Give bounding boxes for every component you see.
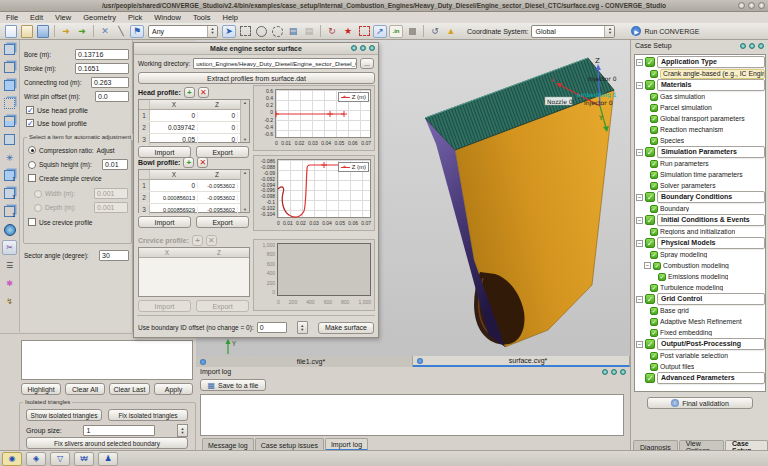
tree-item-label[interactable]: Gas simulation <box>660 93 705 100</box>
tree-item-label[interactable]: Parcel simulation <box>660 104 712 111</box>
group-size-input[interactable]: 1 <box>83 425 155 436</box>
crevice-import-button[interactable]: Import <box>138 300 191 312</box>
boundary-offset-input[interactable]: 0 <box>257 322 287 333</box>
use-bowl-profile-checkbox[interactable]: ✓ <box>26 119 34 127</box>
window-minimize-button[interactable] <box>738 2 745 9</box>
cell-x[interactable]: 0 <box>150 182 198 189</box>
panel-minimize-button[interactable] <box>360 45 366 51</box>
wire-cube-alt-icon[interactable] <box>2 60 17 75</box>
tree-item-label[interactable]: Crank angle-based (e.g., IC Engine) <box>660 69 765 79</box>
boundary-cube-3-icon[interactable]: 1 <box>2 204 17 219</box>
dialog-title-bar[interactable]: Make engine sector surface <box>134 43 378 55</box>
list-tool-icon[interactable]: ☰ <box>2 258 17 273</box>
section-label[interactable]: Advanced Parameters <box>657 372 765 384</box>
section-label[interactable]: Simulation Parameters <box>657 146 765 158</box>
table-row[interactable]: 3 0.000856929 -0.0953602 <box>139 204 249 216</box>
tree-item-simulation-time[interactable]: ✓Simulation time parameters <box>636 169 765 180</box>
table-row[interactable]: 1 0 0 <box>139 110 249 122</box>
check-icon[interactable]: ✓ <box>653 262 661 270</box>
tree-item-label[interactable]: Global transport parameters <box>660 115 745 122</box>
cell-z[interactable]: -0.0953602 <box>198 207 238 213</box>
check-icon[interactable]: ✓ <box>650 182 658 190</box>
in-file-icon[interactable]: .in <box>389 25 403 38</box>
tree-item-label[interactable]: Turbulence modeling <box>660 284 723 291</box>
tree-item-amr[interactable]: ✓Adaptive Mesh Refinement <box>636 316 765 327</box>
menu-geometry[interactable]: Geometry <box>77 13 122 22</box>
check-icon[interactable]: ✓ <box>650 126 658 134</box>
new-file-icon[interactable] <box>4 25 18 38</box>
panel-close-button[interactable] <box>620 369 626 375</box>
section-label[interactable]: Materials <box>657 79 765 91</box>
section-label[interactable]: Output/Post-Processing <box>657 338 765 350</box>
use-head-profile-row[interactable]: ✓ Use head profile <box>26 106 88 114</box>
menu-tools[interactable]: Tools <box>187 13 217 22</box>
column-header-x[interactable]: X <box>139 249 195 256</box>
menu-help[interactable]: Help <box>216 13 243 22</box>
check-icon[interactable]: ✓ <box>645 215 655 225</box>
cell-x[interactable]: 0.000856929 <box>150 207 198 213</box>
window-close-button[interactable] <box>758 2 765 9</box>
tree-section-materials[interactable]: −✓ Materials <box>636 79 765 91</box>
select-cursor-icon[interactable]: ➤ <box>222 25 236 38</box>
probe-flag-icon[interactable]: ⚑ <box>130 25 144 38</box>
panel-close-button[interactable] <box>758 43 764 49</box>
cell-x[interactable]: 0.05 <box>150 136 198 143</box>
tree-item-gas-simulation[interactable]: ✓Gas simulation <box>636 91 765 102</box>
shaded-cube-icon[interactable] <box>2 78 17 93</box>
create-crevice-checkbox[interactable]: ✓ <box>28 174 36 182</box>
expander-icon[interactable]: − <box>636 296 643 303</box>
circle-select-icon[interactable] <box>254 25 268 38</box>
coordinate-system-spinner[interactable]: ▲▼ <box>604 26 614 37</box>
section-label[interactable]: Grid Control <box>657 293 765 305</box>
boundary-offset-spinner[interactable]: ▲▼ <box>297 321 308 334</box>
tree-section-physical-models[interactable]: −✓ Physical Models <box>636 237 765 249</box>
tree-section-output-post-processing[interactable]: −✓ Output/Post-Processing <box>636 338 765 350</box>
crevice-profile-table[interactable]: X Z <box>138 247 250 297</box>
tree-item-boundary[interactable]: ✓Boundary <box>636 203 765 214</box>
column-header-z[interactable]: Z <box>198 101 236 108</box>
column-header-x[interactable]: X <box>150 171 198 178</box>
transform-icon[interactable]: ▲ <box>444 25 458 38</box>
head-table-header[interactable]: X Z <box>139 100 249 110</box>
cell-z[interactable]: -0.0953602 <box>198 183 238 189</box>
make-surface-button[interactable]: Make surface <box>318 322 374 334</box>
boundary-cube-1-icon[interactable]: 1 <box>2 168 17 183</box>
panel-float-button[interactable] <box>351 45 357 51</box>
cell-x[interactable]: 0 <box>150 112 198 119</box>
column-header-z[interactable]: Z <box>195 249 243 256</box>
table-row[interactable]: 2 0.000856013 -0.0953602 <box>139 192 249 204</box>
tree-item-label[interactable]: Combustion modeling <box>663 262 729 269</box>
use-crevice-profile-row[interactable]: ✓ Use crevice profile <box>28 218 92 226</box>
entity-list-disabled-icon[interactable]: ▤ <box>302 25 316 38</box>
connecting-rod-input[interactable]: 0.263 <box>91 77 129 88</box>
pin-mode-icon[interactable]: ♟ <box>98 452 118 466</box>
tree-item-label[interactable]: Regions and initialization <box>660 228 735 235</box>
nested-cube-icon[interactable] <box>2 96 17 111</box>
tree-item-parcel-simulation[interactable]: ✓Parcel simulation <box>636 102 765 113</box>
vertex-mode-icon[interactable]: ▽ <box>50 452 70 466</box>
surface-normal-icon[interactable]: ↗ <box>373 25 387 38</box>
tree-section-boundary-conditions[interactable]: −✓ Boundary Conditions <box>636 191 765 203</box>
create-crevice-row[interactable]: ✓ Create simple crevice <box>28 174 102 182</box>
title-bar[interactable]: /usr/people/shared/CONVERGE_Studio/v2.4/… <box>0 0 768 12</box>
refresh-selection-icon[interactable]: ↻ <box>325 25 339 38</box>
check-icon[interactable]: ✓ <box>650 104 658 112</box>
face-cube-icon[interactable] <box>2 114 17 129</box>
tree-item-label[interactable]: Boundary <box>660 205 689 212</box>
compression-ratio-row[interactable]: Compression ratio: Adjust <box>28 146 115 154</box>
coordinate-system-dropdown[interactable]: Global ▲▼ <box>531 25 615 38</box>
table-scrollbar[interactable]: ▲▼ <box>240 100 249 142</box>
tree-item-reaction-mechanism[interactable]: ✓Reaction mechanism <box>636 124 765 135</box>
final-validation-button[interactable]: Final validation <box>647 397 753 409</box>
stop-icon[interactable] <box>405 25 419 38</box>
wire-mode-icon[interactable]: ₩ <box>74 452 94 466</box>
delete-entity-icon[interactable]: ✕ <box>98 25 112 38</box>
delete-bowl-row-button[interactable]: ✕ <box>197 157 208 168</box>
section-label[interactable]: Application Type <box>657 56 765 68</box>
import-log-textarea[interactable] <box>200 394 624 436</box>
entity-filter-dropdown[interactable]: Any ▲▼ <box>148 25 218 38</box>
show-isolated-triangles-button[interactable]: Show isolated triangles <box>26 409 102 421</box>
add-crevice-row-button[interactable]: + <box>192 235 203 246</box>
clear-last-button[interactable]: Clear Last <box>109 383 150 395</box>
panel-minimize-button[interactable] <box>611 369 617 375</box>
